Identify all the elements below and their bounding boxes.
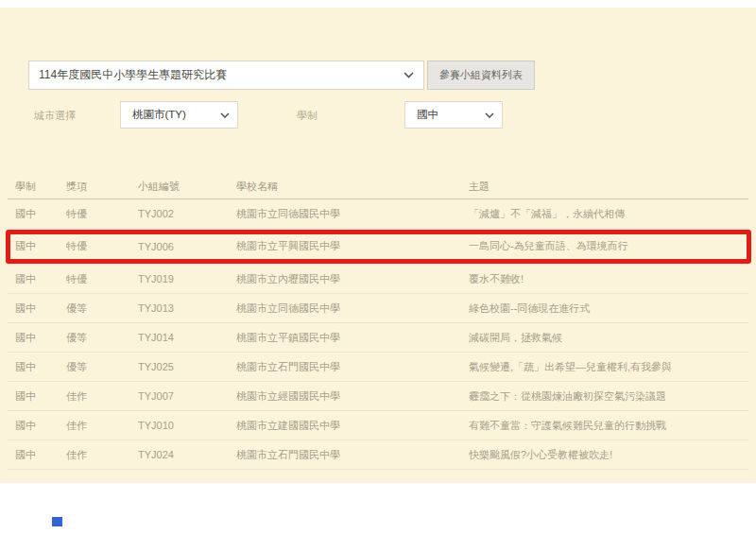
city-select-value: 桃園市(TY) xyxy=(132,108,186,122)
cell-group-id: TYJ010 xyxy=(138,420,236,431)
cell-group-id: TYJ013 xyxy=(138,302,236,314)
level-select-label: 學制 xyxy=(297,109,318,123)
cell-level: 國中 xyxy=(8,448,66,462)
header-level: 學制 xyxy=(8,180,66,194)
cell-group-id: TYJ006 xyxy=(138,241,236,252)
table-row[interactable]: 國中特優TYJ006桃園市立平興國民中學一島同心-為兒童而語、為環境而行 xyxy=(8,229,748,265)
cell-award: 優等 xyxy=(66,301,138,316)
group-list-button[interactable]: 參賽小組資料列表 xyxy=(427,60,535,90)
table-row[interactable]: 國中特優TYJ002桃園市立同德國民中學「減爐」不「減福」，永續代相傳 xyxy=(8,199,748,229)
cell-level: 國中 xyxy=(8,239,66,253)
cell-topic: 減碳開局，拯救氣候 xyxy=(469,331,748,345)
cell-group-id: TYJ014 xyxy=(138,332,236,343)
chevron-down-icon xyxy=(213,112,230,118)
table-row[interactable]: 國中優等TYJ013桃園市立同德國民中學綠色校園--同德現在進行式 xyxy=(8,294,748,323)
cell-school: 桃園市立同德國民中學 xyxy=(236,301,469,316)
cell-group-id: TYJ024 xyxy=(138,449,236,460)
cell-award: 佳作 xyxy=(66,448,138,462)
header-school: 學校名稱 xyxy=(236,180,469,194)
cell-topic: 「減爐」不「減福」，永續代相傳 xyxy=(469,207,748,221)
cell-award: 優等 xyxy=(66,331,138,345)
cell-school: 桃園市立建國國民中學 xyxy=(236,419,469,433)
table-row[interactable]: 國中佳作TYJ010桃園市立建國國民中學有難不童當：守護氣候難民兒童的行動挑戰 xyxy=(8,411,748,440)
cell-topic: 覆水不難收! xyxy=(469,272,748,286)
cell-school: 桃園市立同德國民中學 xyxy=(236,207,469,221)
table-row[interactable]: 國中優等TYJ014桃園市立平鎮國民中學減碳開局，拯救氣候 xyxy=(8,323,748,353)
header-group-id: 小組編號 xyxy=(138,180,236,194)
cell-school: 桃園市立石門國民中學 xyxy=(236,448,469,462)
cell-topic: 綠色校園--同德現在進行式 xyxy=(469,301,748,316)
cell-level: 國中 xyxy=(8,207,66,221)
cell-group-id: TYJ019 xyxy=(138,273,236,284)
table-header-row: 學制 獎項 小組編號 學校名稱 主題 xyxy=(8,175,748,199)
blue-marker xyxy=(52,517,62,526)
cell-topic: 有難不童當：守護氣候難民兒童的行動挑戰 xyxy=(469,419,748,433)
cell-award: 特優 xyxy=(66,207,138,221)
cell-group-id: TYJ007 xyxy=(138,390,236,402)
table-row[interactable]: 國中佳作TYJ024桃園市立石門國民中學快樂颱風假?小心受教權被吹走! xyxy=(8,440,748,470)
cell-school: 桃園市立內壢國民中學 xyxy=(236,272,469,286)
cell-level: 國中 xyxy=(8,301,66,316)
cell-award: 特優 xyxy=(66,239,138,253)
cell-award: 特優 xyxy=(66,272,138,286)
cell-level: 國中 xyxy=(8,389,66,404)
competition-select[interactable]: 114年度國民中小學學生專題研究比賽 xyxy=(28,60,424,90)
cell-school: 桃園市立經國國民中學 xyxy=(236,389,469,404)
chevron-down-icon xyxy=(396,72,414,78)
cell-level: 國中 xyxy=(8,331,66,345)
cell-topic: 一島同心-為兒童而語、為環境而行 xyxy=(469,239,748,253)
cell-topic: 霾靄之下：從桃園煉油廠初探空氣污染議題 xyxy=(469,389,748,404)
cell-school: 桃園市立平興國民中學 xyxy=(236,239,469,253)
cell-school: 桃園市立平鎮國民中學 xyxy=(236,331,469,345)
city-select[interactable]: 桃園市(TY) xyxy=(120,101,238,129)
competition-select-value: 114年度國民中小學學生專題研究比賽 xyxy=(39,67,396,83)
cell-group-id: TYJ025 xyxy=(138,361,236,372)
cell-award: 優等 xyxy=(66,360,138,374)
table-row[interactable]: 國中佳作TYJ007桃園市立經國國民中學霾靄之下：從桃園煉油廠初探空氣污染議題 xyxy=(8,382,748,411)
cell-award: 佳作 xyxy=(66,419,138,433)
table-body: 國中特優TYJ002桃園市立同德國民中學「減爐」不「減福」，永續代相傳國中特優T… xyxy=(8,199,748,470)
cell-topic: 快樂颱風假?小心受教權被吹走! xyxy=(469,448,748,462)
cell-level: 國中 xyxy=(8,419,66,433)
chevron-down-icon xyxy=(477,112,494,118)
cell-level: 國中 xyxy=(8,272,66,286)
table-row[interactable]: 國中特優TYJ019桃園市立內壢國民中學覆水不難收! xyxy=(8,265,748,294)
header-topic: 主題 xyxy=(469,180,748,194)
header-award: 獎項 xyxy=(66,180,138,194)
level-select[interactable]: 國中 xyxy=(404,101,503,129)
level-select-value: 國中 xyxy=(417,108,438,122)
cell-level: 國中 xyxy=(8,360,66,374)
cell-group-id: TYJ002 xyxy=(138,208,236,219)
cell-topic: 氣候變遷,「蔬」出希望—兒童權利,有我參與 xyxy=(469,360,748,374)
results-table: 學制 獎項 小組編號 學校名稱 主題 國中特優TYJ002桃園市立同德國民中學「… xyxy=(8,175,748,470)
table-row[interactable]: 國中優等TYJ025桃園市立石門國民中學氣候變遷,「蔬」出希望—兒童權利,有我參… xyxy=(8,353,748,382)
cell-school: 桃園市立石門國民中學 xyxy=(236,360,469,374)
city-select-label: 城市選擇 xyxy=(34,109,76,123)
cell-award: 佳作 xyxy=(66,389,138,404)
